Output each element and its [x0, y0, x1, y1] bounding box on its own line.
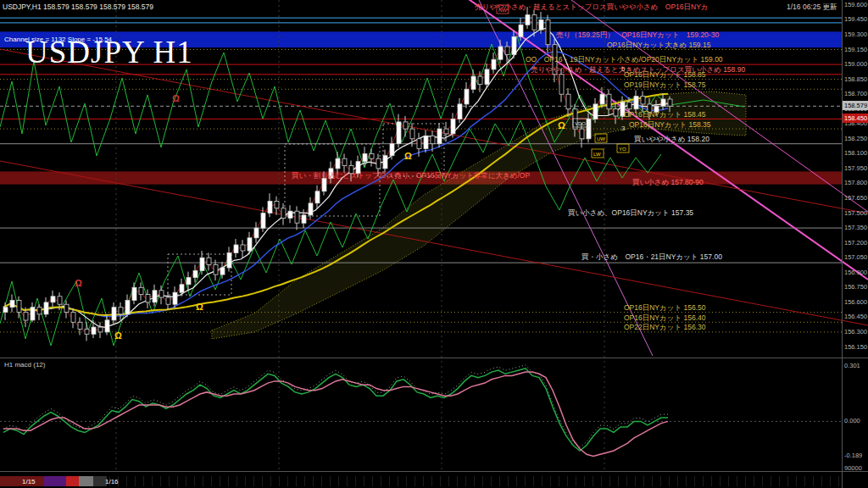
svg-text:UW: UW	[597, 136, 605, 141]
macd-dotted-line	[3, 365, 668, 447]
svg-text:LW: LW	[593, 152, 601, 157]
session-badge: YO	[617, 144, 629, 152]
trendline	[0, 161, 868, 325]
session-badge: LW	[592, 149, 604, 158]
session-badge: UW	[595, 134, 607, 142]
svg-text:YO: YO	[619, 147, 626, 152]
svg-text:NW: NW	[498, 8, 507, 13]
svg-text:VDO: VDO	[575, 121, 586, 126]
macd-signal-line	[3, 372, 668, 456]
omega-marker: Ω	[558, 120, 565, 130]
price-chart-canvas[interactable]: ΩΩΩΩΩΩVDOUWLWYONW523	[0, 0, 868, 488]
level-number-label: 5	[621, 65, 626, 73]
omega-marker: Ω	[196, 302, 203, 312]
omega-marker: Ω	[404, 151, 412, 161]
omega-marker: Ω	[75, 278, 82, 288]
omega-marker: Ω	[172, 93, 180, 103]
level-number-label: 2	[621, 111, 626, 119]
omega-marker: Ω	[114, 330, 122, 341]
price-band	[0, 31, 842, 47]
level-number-label: 3	[621, 125, 626, 132]
session-badge: NW	[497, 5, 509, 14]
trading-chart-window: ΩΩΩΩΩΩVDOUWLWYONW523 USDJPY,H1 158.579 1…	[0, 0, 868, 488]
